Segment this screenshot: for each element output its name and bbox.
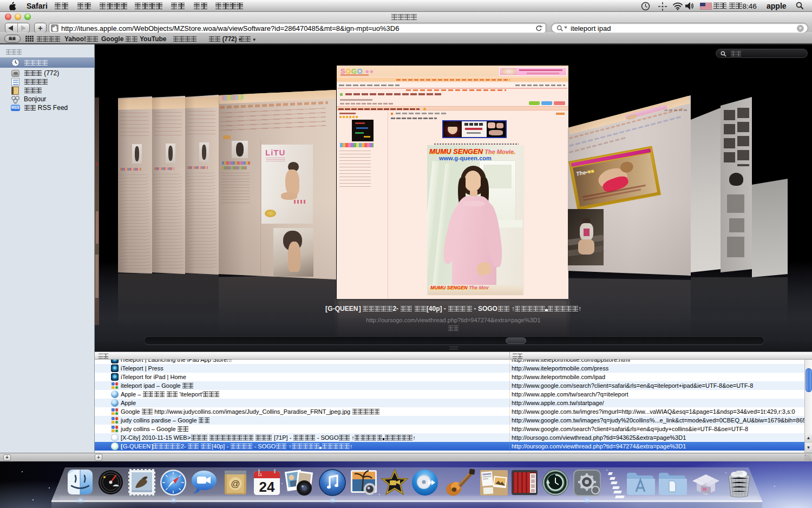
svg-text:@: @ [231,479,240,489]
svg-text:24: 24 [259,479,275,495]
